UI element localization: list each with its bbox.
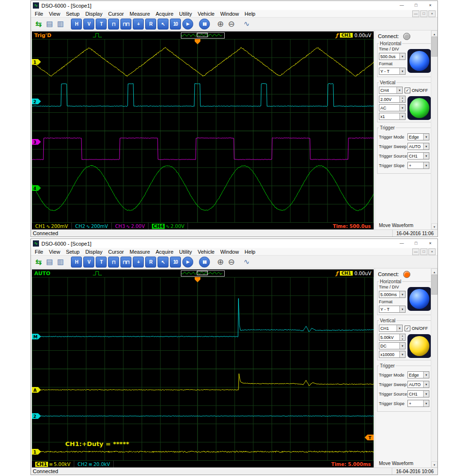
horizontal-knob[interactable] <box>407 49 431 73</box>
menu-setup[interactable]: Setup <box>63 11 82 17</box>
vertical-knob-dial[interactable] <box>409 336 429 356</box>
vertical-button[interactable]: V <box>83 257 94 268</box>
scroll-up-icon[interactable]: ▴ <box>431 268 437 275</box>
chevron-down-icon[interactable]: ▾ <box>423 400 429 407</box>
trigger-mode-select[interactable]: Edge▾ <box>407 133 429 140</box>
single-pulse-button[interactable]: ⊓ <box>108 257 119 268</box>
play-button[interactable]: ▶ <box>182 19 193 30</box>
waveform-print-icon[interactable]: ∿ <box>242 257 251 267</box>
chevron-down-icon[interactable]: ▾ <box>423 134 429 140</box>
menu-window[interactable]: Window <box>218 11 242 17</box>
chevron-down-icon[interactable]: ▾ <box>399 105 405 111</box>
channel-marker[interactable]: 1 <box>32 59 41 65</box>
chevron-down-icon[interactable]: ▾ <box>397 87 402 93</box>
zoom-in-icon[interactable]: ⊕ <box>216 257 225 267</box>
trigger-slope-select[interactable]: +▾ <box>407 400 429 407</box>
panel-scrollbar[interactable]: ▴▾ <box>431 268 437 467</box>
close-button[interactable]: × <box>423 239 437 248</box>
vertical-knob[interactable] <box>407 334 431 358</box>
single-pulse-button[interactable]: ⊓ <box>108 19 119 30</box>
trigger-button[interactable]: T <box>96 19 107 30</box>
trigger-source-select[interactable]: CH1▾ <box>407 390 429 397</box>
probe-select[interactable]: x1▾ <box>379 113 406 120</box>
channel-marker[interactable]: M <box>32 334 41 339</box>
menu-measure[interactable]: Measure <box>127 11 153 17</box>
run-button[interactable]: R <box>145 19 156 30</box>
mdi-close-button[interactable]: × <box>428 248 436 255</box>
chevron-down-icon[interactable]: ▾ <box>423 391 429 397</box>
chevron-down-icon[interactable]: ▾ <box>399 291 405 298</box>
scrollbar-thumb[interactable] <box>431 37 437 57</box>
connect-indicator[interactable] <box>403 271 410 278</box>
zoom-out-icon[interactable]: ⊖ <box>227 257 236 267</box>
menu-cursor[interactable]: Cursor <box>105 249 127 255</box>
scope-display[interactable]: MA21TCH1:+Duty = ***** <box>32 277 374 461</box>
menu-window[interactable]: Window <box>218 249 242 255</box>
menu-display[interactable]: Display <box>82 249 105 255</box>
chevron-down-icon[interactable]: ▾ <box>423 153 429 159</box>
format-select[interactable]: Y - T▾ <box>379 68 406 75</box>
trigger-position-marker[interactable] <box>195 39 200 44</box>
run-button[interactable]: R <box>145 257 156 268</box>
menu-file[interactable]: File <box>32 11 46 17</box>
trigger-sweep-select[interactable]: AUTO▾ <box>407 381 429 388</box>
save-icon[interactable]: ▤ <box>45 19 54 29</box>
horizontal-knob[interactable] <box>407 287 431 311</box>
scale-spinner[interactable]: 5.00kV▴▾ <box>379 334 406 341</box>
chevron-down-icon[interactable]: ▾ <box>423 162 429 169</box>
chevron-down-icon[interactable]: ▾ <box>423 143 429 149</box>
probe-select[interactable]: x10000▾ <box>379 351 406 358</box>
scope-display[interactable]: 1234 <box>32 39 374 223</box>
menu-acquire[interactable]: Acquire <box>153 249 176 255</box>
horizontal-knob-dial[interactable] <box>409 51 429 71</box>
trigger-source-select[interactable]: CH1▾ <box>407 152 429 159</box>
horizontal-button[interactable]: H <box>71 257 82 268</box>
channel-marker[interactable]: 1 <box>32 449 41 455</box>
checkbox-box[interactable]: ✓ <box>405 88 410 93</box>
zoom-out-icon[interactable]: ⊖ <box>227 19 236 29</box>
chevron-down-icon[interactable]: ▾ <box>423 372 429 378</box>
coupling-select[interactable]: AC▾ <box>379 104 406 111</box>
close-button[interactable]: × <box>423 1 437 10</box>
spin-down-icon[interactable]: ▾ <box>400 337 405 341</box>
minimize-button[interactable]: — <box>395 239 409 248</box>
chevron-down-icon[interactable]: ▾ <box>399 113 405 119</box>
menu-measure[interactable]: Measure <box>127 249 153 255</box>
vertical-knob[interactable] <box>407 96 431 120</box>
time-div-select[interactable]: 500.0us▾ <box>379 53 406 60</box>
trigger-mode-select[interactable]: Edge▾ <box>407 371 429 378</box>
menu-view[interactable]: View <box>46 249 63 255</box>
connect-indicator[interactable] <box>403 33 410 40</box>
refresh-rate-button[interactable]: 10 <box>170 19 181 30</box>
trigger-button[interactable]: T <box>96 257 107 268</box>
coupling-select[interactable]: DC▾ <box>379 342 406 349</box>
vertical-button[interactable]: V <box>83 19 94 30</box>
print-icon[interactable]: ▥ <box>56 19 65 29</box>
chevron-down-icon[interactable]: ▾ <box>399 306 405 312</box>
chevron-down-icon[interactable]: ▾ <box>423 381 429 387</box>
maximize-button[interactable]: □ <box>409 239 423 248</box>
play-button[interactable]: ▶ <box>182 257 193 268</box>
refresh-rate-button[interactable]: 10 <box>170 257 181 268</box>
mdi-close-button[interactable]: × <box>428 10 436 17</box>
waveform-preview[interactable] <box>181 32 225 39</box>
format-select[interactable]: Y - T▾ <box>379 306 406 313</box>
cursor-button[interactable]: ↖ <box>158 19 169 30</box>
trigger-slope-select[interactable]: +▾ <box>407 162 429 169</box>
pause-button[interactable]: ▮▮ <box>199 257 210 268</box>
spin-down-icon[interactable]: ▾ <box>400 99 405 103</box>
onoff-checkbox[interactable]: ✓ON/OFF <box>405 326 428 331</box>
menu-display[interactable]: Display <box>82 11 105 17</box>
mdi-minimize-button[interactable]: — <box>412 10 419 17</box>
menu-view[interactable]: View <box>46 11 63 17</box>
menu-help[interactable]: Help <box>242 11 258 17</box>
channel-select[interactable]: CH4▾ <box>379 87 403 94</box>
scale-spinner[interactable]: 2.00V▴▾ <box>379 96 406 103</box>
chevron-down-icon[interactable]: ▾ <box>399 343 405 349</box>
menu-utility[interactable]: Utility <box>176 11 195 17</box>
move-waveform-button[interactable]: + <box>133 19 144 30</box>
channel-marker[interactable]: 2 <box>32 413 41 419</box>
save-icon[interactable]: ▤ <box>45 257 54 267</box>
menu-help[interactable]: Help <box>242 249 258 255</box>
mdi-restore-button[interactable]: □ <box>420 248 427 255</box>
